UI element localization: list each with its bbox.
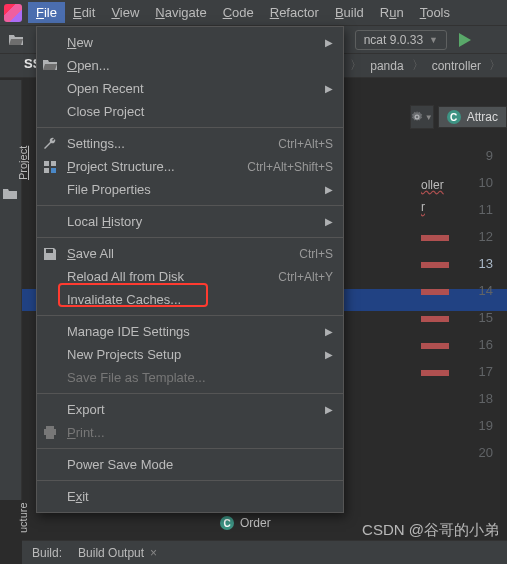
menu-item-exit[interactable]: Exit xyxy=(37,485,343,508)
menu-separator xyxy=(37,237,343,238)
save-icon xyxy=(41,247,59,261)
chevron-right-icon: ▶ xyxy=(325,184,333,195)
menu-item-reload-from-disk[interactable]: Reload All from DiskCtrl+Alt+Y xyxy=(37,265,343,288)
chevron-right-icon: ▶ xyxy=(325,326,333,337)
tab-settings-button[interactable]: ▼ xyxy=(410,105,434,129)
menu-file[interactable]: File xyxy=(28,2,65,23)
tab-label: Attrac xyxy=(467,110,498,124)
watermark: CSDN @谷哥的小弟 xyxy=(362,521,499,540)
menu-item-save-as-template: Save File as Template... xyxy=(37,366,343,389)
menu-item-open[interactable]: Open... xyxy=(37,54,343,77)
menu-separator xyxy=(37,127,343,128)
menu-item-local-history[interactable]: Local History▶ xyxy=(37,210,343,233)
project-tool-icon[interactable] xyxy=(3,188,17,200)
menu-item-export[interactable]: Export▶ xyxy=(37,398,343,421)
structure-icon xyxy=(41,160,59,174)
svg-rect-3 xyxy=(44,168,49,173)
menu-item-project-structure[interactable]: Project Structure...Ctrl+Alt+Shift+S xyxy=(37,155,343,178)
chevron-right-icon: ▶ xyxy=(325,83,333,94)
menu-item-manage-ide-settings[interactable]: Manage IDE Settings▶ xyxy=(37,320,343,343)
chevron-right-icon: 〉 xyxy=(350,57,362,74)
gutter-line-numbers: 9101112 13141516 17181920 xyxy=(479,142,493,466)
editor-tab[interactable]: C Attrac xyxy=(438,106,507,128)
run-config-selector[interactable]: ncat 9.0.33 ▼ xyxy=(355,30,447,50)
svg-rect-1 xyxy=(44,161,49,166)
menu-tools[interactable]: Tools xyxy=(412,2,458,23)
menu-view[interactable]: View xyxy=(103,2,147,23)
app-icon xyxy=(4,4,22,22)
menu-item-open-recent[interactable]: Open Recent▶ xyxy=(37,77,343,100)
chevron-right-icon: 〉 xyxy=(412,57,424,74)
menu-item-settings[interactable]: Settings...Ctrl+Alt+S xyxy=(37,132,343,155)
menu-code[interactable]: Code xyxy=(215,2,262,23)
project-tool-label[interactable]: Project xyxy=(17,146,29,180)
build-output-tab[interactable]: Build Output xyxy=(78,546,144,560)
menu-navigate[interactable]: Navigate xyxy=(147,2,214,23)
order-tag: C Order xyxy=(220,516,271,530)
menu-run[interactable]: Run xyxy=(372,2,412,23)
left-tool-gutter: Project ucture xyxy=(0,80,22,500)
build-tool-bar: Build: Build Output × xyxy=(22,540,507,564)
svg-rect-4 xyxy=(51,168,56,173)
run-button[interactable] xyxy=(453,28,477,52)
open-project-icon[interactable] xyxy=(4,28,28,52)
close-icon[interactable]: × xyxy=(150,546,157,560)
menu-refactor[interactable]: Refactor xyxy=(262,2,327,23)
menu-separator xyxy=(37,205,343,206)
menu-separator xyxy=(37,315,343,316)
error-marker xyxy=(421,289,449,295)
print-icon xyxy=(41,426,59,439)
structure-tool-label[interactable]: ucture xyxy=(17,502,29,533)
build-label[interactable]: Build: xyxy=(32,546,62,560)
menu-item-power-save[interactable]: Power Save Mode xyxy=(37,453,343,476)
menu-item-print: Print... xyxy=(37,421,343,444)
menu-separator xyxy=(37,480,343,481)
open-folder-icon xyxy=(41,59,59,72)
crumb-panda[interactable]: panda xyxy=(366,59,407,73)
error-marker xyxy=(421,370,449,376)
editor-tabs: ▼ C Attrac xyxy=(410,104,507,130)
menu-item-new-projects-setup[interactable]: New Projects Setup▶ xyxy=(37,343,343,366)
menu-item-file-properties[interactable]: File Properties▶ xyxy=(37,178,343,201)
error-marker xyxy=(421,235,449,241)
menu-item-save-all[interactable]: Save AllCtrl+S xyxy=(37,242,343,265)
svg-rect-2 xyxy=(51,161,56,166)
chevron-right-icon: ▶ xyxy=(325,216,333,227)
error-marker xyxy=(421,262,449,268)
error-marker xyxy=(421,343,449,349)
class-icon: C xyxy=(220,516,234,530)
chevron-right-icon: ▶ xyxy=(325,404,333,415)
crumb-controller[interactable]: controller xyxy=(428,59,485,73)
menu-build[interactable]: Build xyxy=(327,2,372,23)
class-icon: C xyxy=(447,110,461,124)
menu-item-invalidate-caches[interactable]: Invalidate Caches... xyxy=(37,288,343,311)
wrench-icon xyxy=(41,137,59,151)
run-config-label: ncat 9.0.33 xyxy=(364,33,423,47)
menu-separator xyxy=(37,393,343,394)
menu-item-close-project[interactable]: Close Project xyxy=(37,100,343,123)
file-menu-dropdown: New▶ Open... Open Recent▶ Close Project … xyxy=(36,26,344,513)
menu-item-new[interactable]: New▶ xyxy=(37,31,343,54)
chevron-right-icon: ▶ xyxy=(325,349,333,360)
chevron-right-icon: ▶ xyxy=(325,37,333,48)
chevron-down-icon: ▼ xyxy=(429,35,438,45)
code-hints: oller r xyxy=(421,178,449,376)
menubar: File Edit View Navigate Code Refactor Bu… xyxy=(0,0,507,26)
chevron-right-icon: 〉 xyxy=(489,57,501,74)
svg-rect-7 xyxy=(46,434,54,439)
menu-edit[interactable]: Edit xyxy=(65,2,103,23)
error-marker xyxy=(421,316,449,322)
menu-separator xyxy=(37,448,343,449)
svg-rect-5 xyxy=(46,426,54,429)
